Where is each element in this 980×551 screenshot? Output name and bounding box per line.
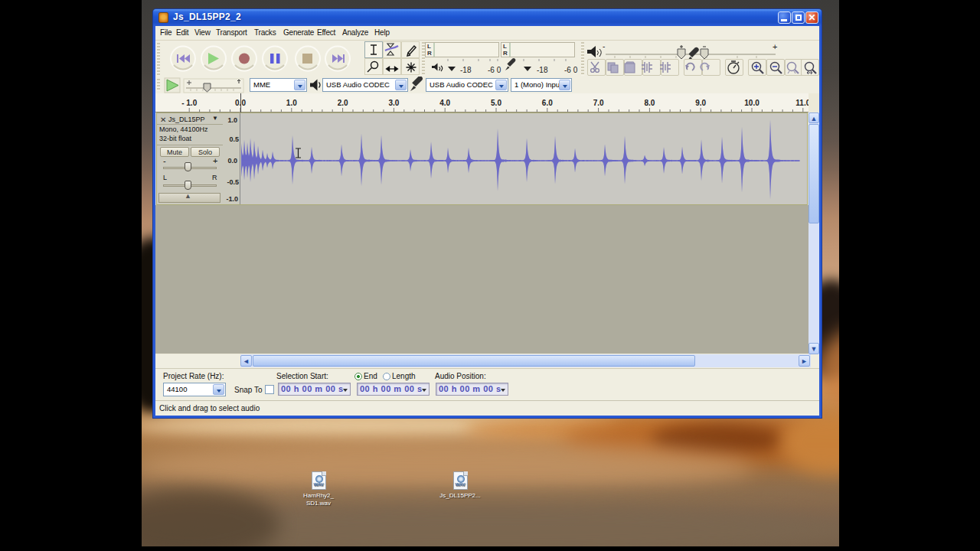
- svg-text:1.0: 1.0: [286, 99, 297, 107]
- svg-text:10.0: 10.0: [744, 99, 760, 107]
- svg-text:11.0: 11.0: [795, 99, 808, 107]
- svg-text:- 1.0: - 1.0: [181, 99, 197, 107]
- svg-text:-: -: [603, 42, 605, 51]
- svg-text:2.0: 2.0: [338, 99, 348, 107]
- svg-text:4.0: 4.0: [439, 99, 450, 107]
- svg-text:6.0: 6.0: [542, 99, 553, 107]
- svg-text:+: +: [773, 42, 777, 51]
- svg-text:8.0: 8.0: [644, 99, 655, 107]
- svg-text:-6 0: -6 0: [564, 66, 578, 74]
- svg-text:3.0: 3.0: [388, 99, 399, 107]
- svg-text:-18: -18: [460, 66, 472, 74]
- svg-text:5.0: 5.0: [491, 99, 501, 107]
- svg-text:-18: -18: [537, 66, 548, 74]
- svg-text:7.0: 7.0: [593, 99, 604, 107]
- svg-text:-6 0: -6 0: [488, 66, 501, 74]
- svg-text:9.0: 9.0: [695, 99, 706, 107]
